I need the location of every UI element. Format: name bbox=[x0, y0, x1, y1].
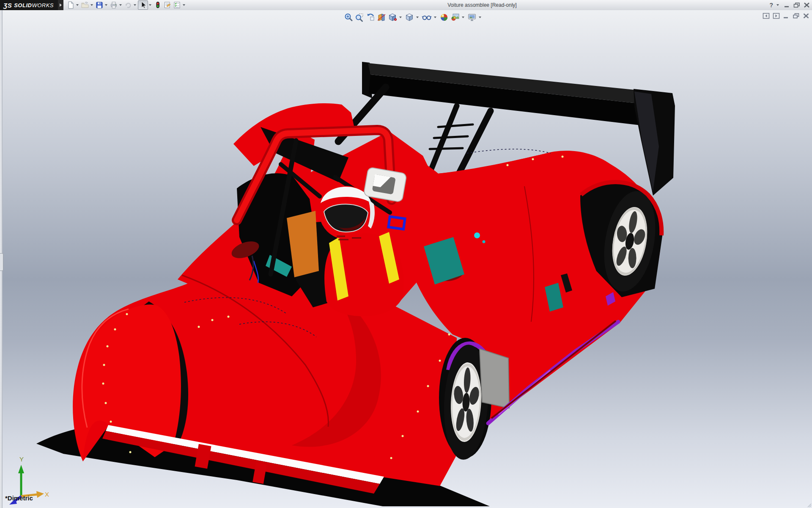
solidworks-window: ƷS SOLIDWORKS bbox=[0, 0, 812, 508]
save-button[interactable] bbox=[95, 0, 104, 10]
left-pane-splitter-grip[interactable] bbox=[0, 253, 3, 271]
minimize-button[interactable] bbox=[783, 2, 790, 8]
view-settings-icon bbox=[467, 13, 477, 22]
hide-show-items-caret[interactable] bbox=[434, 17, 436, 18]
new-document-icon bbox=[67, 1, 74, 9]
title-bar: ƷS SOLIDWORKS bbox=[0, 0, 812, 11]
solidworks-logo-mark: ƷS bbox=[3, 2, 12, 9]
select-cursor-icon bbox=[139, 1, 147, 9]
graphics-viewport[interactable]: Y X *Dimetric bbox=[0, 10, 812, 508]
apply-scene-button[interactable] bbox=[450, 12, 460, 22]
feature-pane-right-button[interactable] bbox=[773, 13, 780, 19]
solidworks-logo[interactable]: ƷS SOLIDWORKS bbox=[0, 0, 58, 10]
headsup-view-toolbar bbox=[343, 12, 483, 22]
options-button[interactable] bbox=[172, 0, 182, 10]
display-style-button[interactable] bbox=[404, 12, 414, 22]
undo-button[interactable] bbox=[123, 0, 133, 10]
print-dropdown-caret[interactable] bbox=[119, 4, 122, 6]
model-scene[interactable] bbox=[0, 10, 812, 508]
doc-close-button[interactable] bbox=[803, 13, 809, 19]
document-window-controls bbox=[763, 13, 809, 19]
zoom-to-area-button[interactable] bbox=[354, 12, 365, 22]
view-settings-caret[interactable] bbox=[479, 17, 481, 18]
open-button[interactable] bbox=[80, 0, 90, 10]
menu-flyout-arrow[interactable] bbox=[58, 0, 63, 10]
cyan-marker bbox=[474, 232, 480, 238]
rebuild-button[interactable] bbox=[153, 0, 162, 10]
solidworks-logo-text-solid: SOLID bbox=[14, 2, 32, 8]
new-button[interactable] bbox=[66, 0, 75, 10]
undo-arrow-icon bbox=[124, 1, 132, 9]
restore-button[interactable] bbox=[793, 2, 801, 8]
close-button[interactable] bbox=[803, 2, 810, 8]
print-button[interactable] bbox=[109, 0, 118, 10]
edit-appearance-button[interactable] bbox=[439, 12, 449, 22]
view-settings-button[interactable] bbox=[467, 12, 477, 22]
resize-grip[interactable] bbox=[807, 502, 812, 508]
select-button[interactable] bbox=[138, 0, 148, 10]
doc-restore-button[interactable] bbox=[793, 13, 800, 19]
solidworks-logo-text-works: WORKS bbox=[32, 2, 54, 8]
open-folder-icon bbox=[81, 1, 89, 9]
print-icon bbox=[110, 1, 118, 9]
standard-toolbar bbox=[66, 0, 187, 10]
view-orientation-caret[interactable] bbox=[399, 17, 402, 18]
edit-appearance-icon bbox=[439, 13, 449, 22]
options-checklist-icon bbox=[173, 1, 181, 9]
options-dropdown-caret[interactable] bbox=[183, 4, 185, 6]
gray-side-panel[interactable] bbox=[480, 349, 509, 408]
apply-scene-caret[interactable] bbox=[462, 17, 464, 18]
undo-dropdown-caret[interactable] bbox=[134, 4, 136, 6]
triad-y-label: Y bbox=[19, 456, 24, 463]
new-dropdown-caret[interactable] bbox=[76, 4, 79, 6]
file-properties-button[interactable] bbox=[162, 0, 172, 10]
view-orientation-label: *Dimetric bbox=[5, 494, 33, 502]
feature-pane-left-button[interactable] bbox=[763, 13, 770, 19]
doc-minimize-button[interactable] bbox=[783, 13, 790, 19]
rebuild-traffic-light-icon bbox=[154, 1, 162, 9]
wing-strut-rungs bbox=[430, 124, 473, 149]
zoom-to-area-icon bbox=[355, 13, 364, 22]
display-style-icon bbox=[405, 13, 414, 22]
view-orientation-button[interactable] bbox=[387, 12, 398, 22]
help-button[interactable]: ? bbox=[769, 0, 773, 10]
camera-box[interactable] bbox=[363, 167, 406, 202]
section-view-icon bbox=[377, 13, 386, 22]
view-orientation-icon bbox=[388, 13, 397, 22]
apply-scene-icon bbox=[450, 13, 460, 22]
save-floppy-icon bbox=[96, 1, 103, 9]
triad-x-label: X bbox=[45, 491, 49, 498]
previous-view-button[interactable] bbox=[365, 12, 376, 22]
save-dropdown-caret[interactable] bbox=[105, 4, 107, 6]
display-style-caret[interactable] bbox=[416, 17, 419, 18]
select-dropdown-caret[interactable] bbox=[149, 4, 151, 6]
flyout-arrow-icon bbox=[60, 3, 62, 7]
window-title: Voiture assomblee [Read-only] bbox=[427, 0, 537, 10]
zoom-to-fit-button[interactable] bbox=[343, 12, 354, 22]
cyan-marker-small bbox=[483, 240, 486, 243]
section-view-button[interactable] bbox=[376, 12, 387, 22]
hide-show-items-icon bbox=[422, 13, 432, 22]
help-dropdown-caret[interactable] bbox=[776, 4, 779, 6]
zoom-to-fit-icon bbox=[344, 13, 353, 22]
titlebar-controls: ? bbox=[769, 0, 810, 10]
file-properties-icon bbox=[163, 1, 171, 9]
open-dropdown-caret[interactable] bbox=[91, 4, 93, 6]
hide-show-items-button[interactable] bbox=[421, 12, 432, 22]
previous-view-icon bbox=[366, 13, 375, 22]
